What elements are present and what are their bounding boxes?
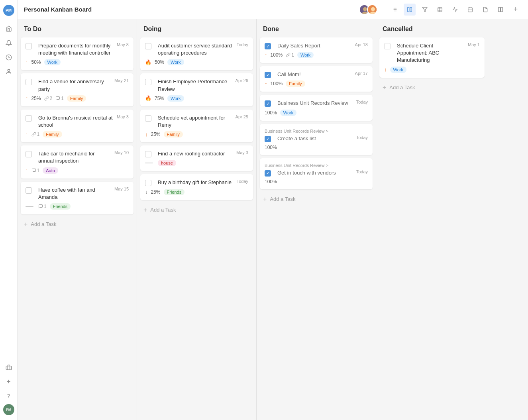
main-content: Personal Kanban Board <box>18 0 528 420</box>
column-done-body: Daily Sales Report Apr 18 ↑ 100% 1 Work <box>257 37 376 420</box>
priority-icon-d5: ↓ <box>145 189 148 195</box>
priority-icon-4: ↑ <box>26 167 28 173</box>
svg-point-7 <box>371 7 375 11</box>
add-task-icon-doing: + <box>143 206 147 214</box>
card-call-mom: Call Mom! Apr 17 ↑ 100% Family <box>260 66 373 92</box>
card-checkbox-dn2[interactable] <box>265 72 271 78</box>
card-birthday-gift: Buy a birthday gift for Stephanie Today … <box>140 174 253 200</box>
tag-5[interactable]: Friends <box>50 203 71 210</box>
card-checkbox-dn3[interactable] <box>265 100 271 107</box>
column-todo-body: Prepare documents for monthly meeting wi… <box>18 37 137 420</box>
progress-1: 50% <box>31 59 41 65</box>
card-get-in-touch: Business Unit Records Review > Get in to… <box>260 158 373 189</box>
split-view-button[interactable] <box>495 4 506 16</box>
sidebar-item-notifications[interactable] <box>2 37 15 49</box>
svg-marker-17 <box>422 7 427 12</box>
link-icon-dn1: 1 <box>286 52 294 58</box>
card-venue: Find a venue for anniversary party May 2… <box>21 73 133 106</box>
card-date-d2: Apr 26 <box>236 78 248 83</box>
sidebar-item-users[interactable] <box>2 65 15 78</box>
add-task-label-cancelled: Add a Task <box>389 84 415 90</box>
fire-icon-d1: 🔥 <box>145 59 151 65</box>
tag-2[interactable]: Family <box>67 95 86 102</box>
header-avatars <box>361 4 377 15</box>
tag-d4[interactable]: house <box>158 160 176 166</box>
card-checkbox-d5[interactable] <box>145 180 151 186</box>
add-task-doing[interactable]: + Add a Task <box>140 203 253 220</box>
sidebar-help-button[interactable]: ? <box>2 390 15 402</box>
card-date-2: May 21 <box>114 78 129 83</box>
calendar-view-button[interactable] <box>464 4 476 16</box>
tag-d1[interactable]: Work <box>167 59 184 65</box>
tag-4[interactable]: Auto <box>43 167 58 174</box>
svg-point-1 <box>8 69 10 71</box>
progress-dn3: 100% <box>265 110 277 116</box>
card-meta-1: ↑ 50% Work <box>26 59 129 65</box>
sidebar-item-home[interactable] <box>2 22 15 35</box>
board-view-button[interactable] <box>404 4 416 16</box>
filter-button[interactable] <box>419 4 431 16</box>
card-roofing: Find a new roofing contractor May 3 hous… <box>140 145 253 171</box>
add-task-todo[interactable]: + Add a Task <box>21 218 133 234</box>
card-title-dn3: Business Unit Records Review <box>277 100 353 107</box>
tag-ca1[interactable]: Work <box>390 67 406 73</box>
list-view-button[interactable] <box>389 4 400 16</box>
tag-d3[interactable]: Family <box>164 131 183 137</box>
add-task-cancelled[interactable]: + Add a Task <box>379 81 485 98</box>
card-checkbox-dn5[interactable] <box>265 170 271 177</box>
card-checkbox-dn1[interactable] <box>265 43 271 49</box>
card-title-d4: Find a new roofing contractor <box>158 150 233 157</box>
svg-rect-26 <box>499 7 501 12</box>
progress-dn5: 100% <box>265 179 277 184</box>
doc-view-button[interactable] <box>479 4 491 16</box>
add-view-button[interactable]: + <box>510 4 522 16</box>
card-checkbox-ca1[interactable] <box>384 43 391 49</box>
card-title-ca1: Schedule Client Appointment: ABC Manufac… <box>397 42 465 64</box>
card-checkbox-2[interactable] <box>26 79 32 85</box>
progress-d5: 25% <box>151 189 161 195</box>
tag-dn2[interactable]: Family <box>286 80 305 87</box>
card-meta-dn1: ↑ 100% 1 Work <box>265 52 368 58</box>
card-checkbox-3[interactable] <box>26 115 32 122</box>
card-checkbox-d3[interactable] <box>145 115 151 122</box>
card-schedule-client: Schedule Client Appointment: ABC Manufac… <box>379 37 485 78</box>
svg-rect-18 <box>438 7 442 12</box>
card-checkbox-d1[interactable] <box>145 43 151 49</box>
add-task-done[interactable]: + Add a Task <box>260 192 373 209</box>
sidebar-add-button[interactable]: + <box>2 375 15 388</box>
card-checkbox-4[interactable] <box>26 151 32 157</box>
card-date-dn4: Today <box>356 135 368 140</box>
card-checkbox-dn4[interactable] <box>265 136 271 142</box>
column-done-header: Done <box>257 19 376 37</box>
tag-3[interactable]: Family <box>43 131 62 137</box>
card-checkbox-d4[interactable] <box>145 151 151 157</box>
card-checkbox-5[interactable] <box>26 187 32 194</box>
card-meta-d3: ↑ 25% Family <box>145 131 248 137</box>
card-date-ca1: May 1 <box>468 42 480 47</box>
column-doing-header: Doing <box>137 19 256 37</box>
card-checkbox-d2[interactable] <box>145 79 151 85</box>
card-date-d3: Apr 25 <box>236 114 248 119</box>
tag-dn1[interactable]: Work <box>297 52 314 58</box>
toolbar: + <box>389 4 522 16</box>
sidebar-user-avatar[interactable]: PM <box>3 404 14 415</box>
tag-1[interactable]: Work <box>44 59 61 65</box>
gantt-view-button[interactable] <box>449 4 461 16</box>
svg-rect-16 <box>410 7 412 12</box>
tag-dn3[interactable]: Work <box>280 110 296 116</box>
sidebar-item-briefcase[interactable] <box>2 361 15 374</box>
tag-d2[interactable]: Work <box>167 95 184 102</box>
card-meta-ca1: ↑ Work <box>384 67 480 73</box>
card-mechanic: Take car to mechanic for annual inspecti… <box>21 145 133 178</box>
tag-d5[interactable]: Friends <box>164 189 185 195</box>
sidebar-item-history[interactable] <box>2 51 15 64</box>
column-cancelled: Cancelled Schedule Client Appointment: A… <box>376 19 488 420</box>
comment-icon-5: 1 <box>38 204 47 209</box>
comment-icon-4: 1 <box>31 168 40 173</box>
sidebar: PM + ? PM <box>0 0 18 420</box>
card-date-4: May 10 <box>114 150 129 155</box>
table-view-button[interactable] <box>434 4 446 16</box>
kanban-board: To Do Prepare documents for monthly meet… <box>18 19 528 420</box>
card-recital: Go to Brenna's musical recital at school… <box>21 110 133 142</box>
card-checkbox-1[interactable] <box>26 43 32 49</box>
